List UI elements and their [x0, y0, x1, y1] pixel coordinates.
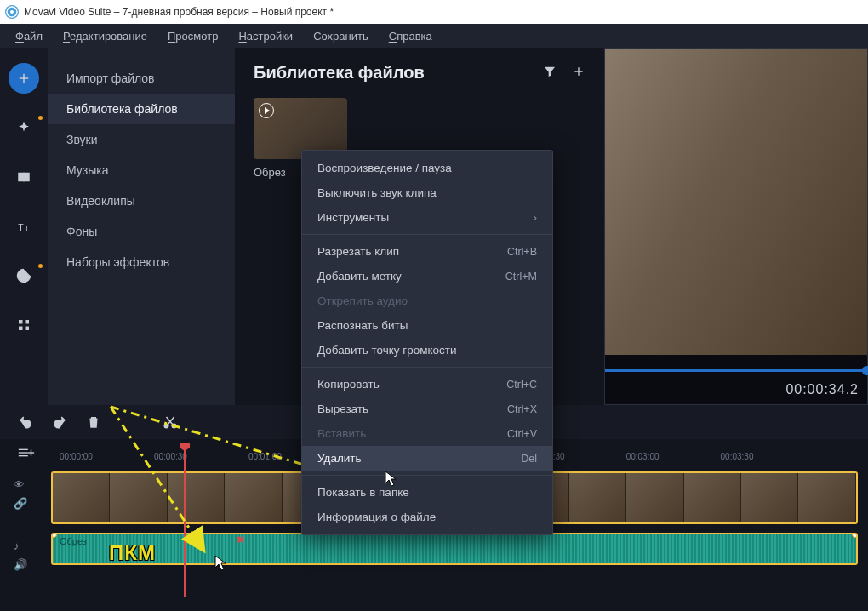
cursor-icon [214, 555, 226, 572]
audio-clip-label: Обрез [60, 536, 87, 546]
marker-icon[interactable] [237, 533, 248, 543]
svg-text:Tᴛ: Tᴛ [18, 222, 29, 232]
rail-filters-icon[interactable] [9, 112, 39, 143]
ctx-item: Открепить аудио [302, 288, 552, 313]
menu-просмотр[interactable]: Просмотр [159, 26, 226, 46]
audio-track-controls[interactable]: ♪🔊 [14, 540, 27, 572]
preview-timecode: 00:00:34.2 [785, 382, 859, 397]
filter-icon[interactable] [543, 65, 557, 82]
ctx-item[interactable]: Распознать биты [302, 313, 552, 338]
audio-clip[interactable]: Обрез [51, 533, 858, 565]
undo-icon[interactable] [17, 414, 34, 431]
svg-point-1 [10, 10, 14, 14]
window-titlebar: Movavi Video Suite – 7-дневная пробная в… [0, 0, 868, 24]
svg-rect-3 [24, 174, 29, 181]
window-title: Movavi Video Suite – 7-дневная пробная в… [24, 6, 334, 18]
rail-transitions-icon[interactable] [9, 162, 39, 192]
link-icon[interactable]: 🔗 [14, 497, 27, 511]
menu-файл[interactable]: Файл [7, 26, 51, 46]
playhead[interactable] [184, 444, 186, 597]
add-icon[interactable] [572, 65, 585, 82]
svg-rect-5 [19, 320, 23, 324]
volume-icon[interactable]: 🔊 [14, 558, 27, 572]
ctx-item[interactable]: Информация о файле [302, 505, 552, 529]
menu-редактирование[interactable]: Редактирование [54, 26, 156, 46]
annotation-label: ПКМ [109, 541, 156, 565]
sidepanel-item[interactable]: Музыка [48, 155, 235, 186]
ctx-item[interactable]: ВырезатьCtrl+X [302, 397, 552, 421]
left-rail: Tᴛ [0, 48, 48, 405]
video-track-controls[interactable]: 👁🔗 [14, 478, 27, 511]
context-menu: Воспроизведение / паузаВыключить звук кл… [301, 150, 553, 535]
ruler-tick: 00:00:00 [60, 452, 93, 461]
audio-track[interactable]: ♪🔊 Обрез [51, 533, 858, 570]
preview-panel: 00:00:34.2 [604, 48, 868, 405]
preview-progress[interactable] [605, 369, 867, 372]
ruler-tick: 00:03:30 [721, 452, 754, 461]
menu-настройки[interactable]: Настройки [230, 26, 301, 46]
ctx-item[interactable]: Разрезать клипCtrl+B [302, 239, 552, 264]
rail-titles-icon[interactable]: Tᴛ [9, 211, 39, 242]
ctx-item: ВставитьCtrl+V [302, 421, 552, 446]
menubar: ФайлРедактированиеПросмотрНастройкиСохра… [0, 24, 868, 48]
music-icon[interactable]: ♪ [14, 540, 27, 553]
svg-rect-7 [19, 327, 23, 331]
cursor-icon [385, 471, 397, 488]
sidepanel-item[interactable]: Фоны [48, 216, 235, 247]
app-logo-icon [5, 5, 19, 19]
side-panel: Импорт файловБиблиотека файловЗвукиМузык… [48, 48, 235, 405]
ruler-tick: 00:01:00 [248, 452, 282, 461]
preview-frame [605, 49, 867, 355]
sidepanel-item[interactable]: Импорт файлов [48, 63, 235, 94]
ctx-item[interactable]: Добавить меткуCtrl+M [302, 264, 552, 288]
rail-stickers-icon[interactable] [9, 260, 39, 291]
menu-сохранить[interactable]: Сохранить [305, 26, 377, 46]
rail-more-icon[interactable] [9, 310, 39, 340]
sidepanel-item[interactable]: Наборы эффектов [48, 247, 235, 277]
redo-icon[interactable] [51, 414, 68, 431]
ruler-tick: 00:00:30 [154, 452, 187, 461]
menu-справка[interactable]: Справка [380, 26, 441, 46]
eye-icon[interactable]: 👁 [14, 478, 27, 492]
svg-rect-6 [26, 320, 30, 324]
ruler-tick: 00:03:00 [626, 452, 660, 461]
delete-icon[interactable] [85, 414, 102, 431]
library-title: Библиотека файлов [254, 63, 425, 83]
ctx-item[interactable]: Выключить звук клипа [302, 180, 552, 205]
sidepanel-item[interactable]: Звуки [48, 124, 235, 155]
ctx-item[interactable]: КопироватьCtrl+C [302, 372, 552, 397]
add-track-icon[interactable] [17, 446, 36, 460]
svg-rect-8 [26, 327, 30, 331]
sidepanel-item[interactable]: Видеоклипы [48, 186, 235, 216]
ctx-item[interactable]: УдалитьDel [302, 446, 552, 471]
play-overlay-icon[interactable] [259, 103, 274, 118]
ctx-item[interactable]: Показать в папке [302, 480, 552, 505]
rail-add-media-icon[interactable] [9, 63, 39, 94]
svg-rect-2 [19, 174, 24, 181]
sidepanel-item[interactable]: Библиотека файлов [48, 94, 235, 124]
ctx-item[interactable]: Инструменты› [302, 205, 552, 230]
ctx-item[interactable]: Добавить точку громкости [302, 338, 552, 363]
ctx-item[interactable]: Воспроизведение / пауза [302, 156, 552, 180]
cut-icon[interactable] [162, 414, 179, 431]
